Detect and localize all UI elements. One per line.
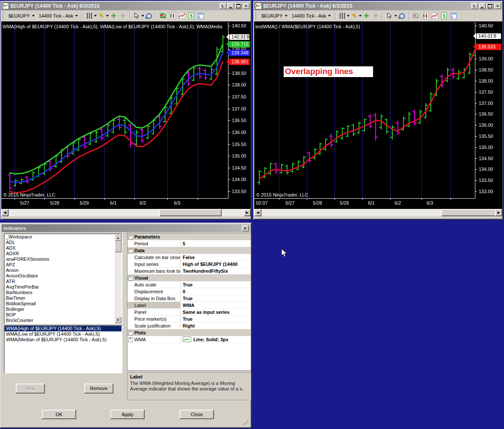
drawing-tools-button[interactable]: ✎ — [98, 12, 105, 20]
indicator-list-item[interactable]: Aroon — [5, 268, 122, 273]
configured-indicator-item[interactable]: WMA(High of $EURJPY (14400 Tick - Ask),5… — [5, 326, 122, 331]
account-data-button[interactable]: $ — [187, 12, 195, 20]
resize-grip[interactable] — [244, 420, 249, 426]
chevron-down-icon[interactable] — [142, 15, 144, 17]
chart-area[interactable]: testWMA() / WMA($EURJPY (14400 Tick - As… — [254, 21, 502, 209]
line-chart-button[interactable] — [431, 12, 439, 20]
indicator-list-item[interactable]: ADXR — [5, 251, 122, 256]
property-value[interactable]: WMA — [181, 302, 251, 309]
property-value[interactable]: High of $EURJPY (14400 — [181, 261, 251, 268]
scroll-right-arrow[interactable]: ▶ — [495, 209, 502, 216]
ok-button[interactable]: OK — [42, 410, 76, 419]
scrollbar-thumb[interactable] — [441, 209, 496, 216]
scroll-left-arrow[interactable]: ◀ — [1, 209, 9, 216]
chevron-down-icon[interactable] — [94, 15, 97, 17]
instrument-selector[interactable]: $EURJPY — [6, 12, 37, 19]
cursor-tool-button[interactable] — [386, 12, 394, 20]
add-indicator-button[interactable]: ✛ — [110, 12, 117, 20]
chevron-down-icon[interactable] — [106, 15, 109, 17]
indicator-list-item[interactable]: BrickCounter — [5, 318, 122, 323]
property-row[interactable]: Scale justificationRight — [127, 322, 251, 329]
available-indicators-list[interactable]: _WorkspaceADLADXADXRanaFOREXSessionsAPZA… — [4, 233, 122, 324]
scrollbar-track[interactable] — [9, 209, 243, 216]
property-value[interactable]: True — [181, 295, 251, 302]
remove-button[interactable]: Remove — [84, 384, 113, 393]
property-row[interactable]: Input seriesHigh of $EURJPY (14400 — [127, 261, 251, 268]
indicator-list-item[interactable]: AvgTimePerBar — [5, 284, 122, 290]
maximize-button[interactable] — [486, 3, 493, 9]
zoom-button[interactable] — [398, 12, 406, 20]
collapse-icon[interactable]: − — [128, 331, 133, 335]
configured-indicator-item[interactable]: WMA(Median of $EURJPY (14400 Tick - Ask)… — [5, 337, 122, 343]
row-expander[interactable]: + — [127, 336, 133, 343]
minimize-button[interactable] — [479, 3, 486, 9]
minimize-button[interactable] — [227, 3, 234, 9]
scroll-up-arrow[interactable]: ▲ — [115, 234, 122, 241]
cursor-tool-button[interactable] — [133, 12, 141, 20]
chart-style-button[interactable] — [338, 12, 346, 20]
collapse-icon[interactable]: − — [128, 248, 133, 253]
category-expander[interactable]: − — [127, 233, 133, 240]
market-analyzer-button[interactable] — [159, 12, 167, 20]
remove-indicator-button[interactable]: ✛ — [372, 12, 379, 20]
toolbar-grip[interactable] — [255, 12, 258, 20]
property-value[interactable]: Right — [181, 322, 251, 329]
property-row[interactable]: Auto scaleTrue — [127, 281, 251, 288]
indicator-list-item[interactable]: BarTimer — [5, 295, 122, 301]
property-category-row[interactable]: −Data — [127, 247, 251, 254]
indicator-list-item[interactable]: BarNumbers — [5, 290, 122, 295]
chevron-down-icon[interactable] — [359, 15, 362, 17]
horizontal-scrollbar[interactable]: ◀ ▶ — [1, 209, 251, 216]
scrollbar-thumb[interactable] — [115, 241, 122, 252]
scroll-down-arrow[interactable]: ▼ — [115, 316, 122, 323]
property-value[interactable]: Same as input series — [181, 309, 251, 316]
chart-text-annotation[interactable]: Overlapping lines — [284, 66, 373, 77]
drawing-tools-button[interactable]: ✎ — [350, 12, 358, 20]
chart-button[interactable] — [421, 12, 429, 20]
indicator-list-item[interactable]: AroonOscillator — [5, 273, 122, 279]
category-expander[interactable]: − — [127, 274, 133, 281]
remove-indicator-button[interactable]: ✛ — [119, 12, 127, 20]
link-button[interactable]: L — [471, 3, 478, 9]
maximize-button[interactable] — [235, 3, 242, 9]
toolbar-grip[interactable] — [3, 12, 5, 20]
property-category-row[interactable]: −Visual — [127, 274, 251, 281]
property-value[interactable]: True — [181, 316, 251, 322]
line-chart-button[interactable] — [178, 12, 186, 20]
chevron-down-icon[interactable] — [394, 15, 397, 17]
account-data-button[interactable]: $ — [440, 12, 448, 20]
scroll-right-arrow[interactable]: ▶ — [243, 209, 251, 216]
data-grid-button[interactable] — [450, 12, 457, 20]
title-bar[interactable]: $EURJPY (14400 Tick - Ask) 6/3/2015 L × — [254, 2, 502, 10]
zoom-button[interactable] — [145, 12, 153, 20]
property-grid[interactable]: −ParametersPeriod5−DataCalculate on bar … — [127, 233, 251, 371]
indicator-list-item[interactable]: BidAskSpread — [5, 301, 122, 307]
chart-style-button[interactable] — [86, 12, 93, 20]
title-bar[interactable]: $EURJPY (14400 Tick - Ask) 6/3/2015 L × — [1, 2, 251, 10]
link-button[interactable]: L — [219, 3, 226, 9]
property-row[interactable]: Maximum bars look bacTwoHundredFiftySix — [127, 268, 251, 274]
property-value[interactable]: 5 — [181, 240, 251, 247]
property-value[interactable]: TwoHundredFiftySix — [181, 268, 251, 274]
scroll-left-arrow[interactable]: ◀ — [254, 209, 261, 216]
property-value[interactable]: True — [181, 281, 251, 288]
add-indicator-button[interactable]: ✛ — [362, 12, 370, 20]
interval-selector[interactable]: 14400 Tick - Ask — [290, 12, 333, 19]
scrollbar-thumb[interactable] — [159, 209, 222, 216]
property-row[interactable]: PanelSame as input series — [127, 309, 251, 316]
indicator-list-item[interactable]: anaFOREXSessions — [5, 256, 122, 262]
new-button[interactable]: New — [16, 384, 45, 393]
property-row[interactable]: Calculate on bar closeFalse — [127, 254, 251, 261]
indicator-list-item[interactable]: ADX — [5, 245, 122, 251]
configured-indicators-list[interactable]: WMA(High of $EURJPY (14400 Tick - Ask),5… — [4, 325, 122, 373]
property-category-row[interactable]: −Plots — [127, 329, 251, 336]
indicator-list-item[interactable]: ATR — [5, 279, 122, 284]
price-chart-canvas[interactable] — [254, 21, 502, 209]
property-category-row[interactable]: −Parameters — [127, 233, 251, 240]
property-value[interactable]: Line; Solid; 3px — [181, 336, 251, 343]
indicator-list-item[interactable]: BOP — [5, 312, 122, 318]
collapse-icon[interactable]: − — [128, 235, 133, 239]
property-row[interactable]: +WMALine; Solid; 3px — [127, 336, 251, 343]
instrument-selector[interactable]: $EURJPY — [259, 12, 290, 19]
indicator-list-item[interactable]: ADL — [5, 240, 122, 245]
